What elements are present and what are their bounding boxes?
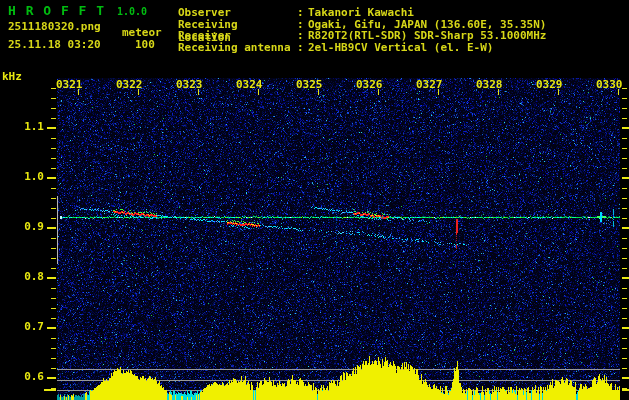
hrofft-window: H R O F F T 1.0.0 2511180320.png meteor … bbox=[0, 0, 629, 400]
spectrogram-canvas bbox=[0, 0, 629, 400]
freq-axis-unit: kHz bbox=[2, 71, 22, 83]
freq-label: 0.7 bbox=[14, 321, 44, 333]
app-title: H R O F F T bbox=[8, 4, 105, 18]
time-label: 0327 bbox=[416, 79, 443, 91]
time-label: 0326 bbox=[356, 79, 383, 91]
time-label: 0330 bbox=[596, 79, 623, 91]
info-row-antenna: Receiving antenna:2el-HB9CV Vertical (el… bbox=[178, 41, 493, 54]
count-value: 100 bbox=[135, 39, 155, 51]
info-label: Receiving antenna bbox=[178, 41, 297, 54]
time-label: 0323 bbox=[176, 79, 203, 91]
time-label: 0328 bbox=[476, 79, 503, 91]
freq-label: 1.1 bbox=[14, 121, 44, 133]
freq-label: 0.9 bbox=[14, 221, 44, 233]
capture-filename: 2511180320.png bbox=[8, 21, 101, 33]
time-label: 0329 bbox=[536, 79, 563, 91]
time-label: 0321 bbox=[56, 79, 83, 91]
time-label: 0324 bbox=[236, 79, 263, 91]
time-label: 0325 bbox=[296, 79, 323, 91]
app-version: 1.0.0 bbox=[117, 6, 147, 17]
freq-label: 0.6 bbox=[14, 371, 44, 383]
info-value: 2el-HB9CV Vertical (el. E-W) bbox=[308, 41, 493, 54]
capture-datetime: 25.11.18 03:20 bbox=[8, 39, 101, 51]
info-separator: : bbox=[297, 41, 304, 54]
time-label: 0322 bbox=[116, 79, 143, 91]
freq-label: 1.0 bbox=[14, 171, 44, 183]
freq-label: 0.8 bbox=[14, 271, 44, 283]
